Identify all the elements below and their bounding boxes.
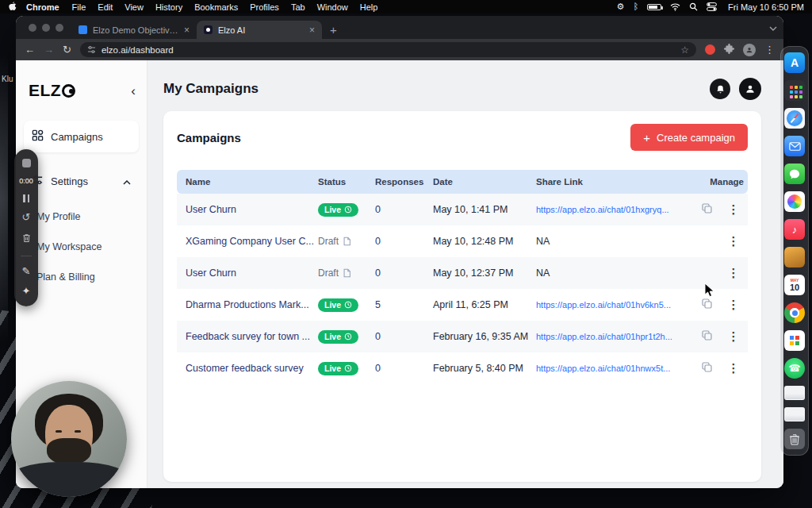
copy-icon[interactable]: [702, 362, 712, 375]
sidebar-item-settings[interactable]: Settings: [24, 165, 139, 197]
tab-elzo-ai[interactable]: Elzo AI ×: [197, 21, 322, 39]
screenshot-thumbnail[interactable]: [784, 386, 805, 400]
books-icon[interactable]: [784, 247, 805, 267]
sidebar-collapse-button[interactable]: ‹: [131, 84, 136, 98]
menubar-app-name[interactable]: Chrome: [26, 2, 59, 12]
copy-icon[interactable]: [702, 203, 712, 216]
campaign-name[interactable]: Dharma Productions Mark...: [177, 299, 318, 310]
effects-icon[interactable]: ✦: [22, 286, 31, 296]
sidebar-item-campaigns[interactable]: Campaigns: [24, 121, 139, 152]
pause-icon[interactable]: [23, 194, 29, 202]
clock-icon: [344, 333, 352, 341]
status-badge: Live: [318, 298, 358, 312]
create-campaign-button[interactable]: + Create campaign: [630, 124, 748, 151]
menubar-menu-edit[interactable]: Edit: [98, 2, 113, 12]
trash-icon[interactable]: [22, 232, 31, 246]
menubar-menu-history[interactable]: History: [155, 2, 182, 12]
music-icon[interactable]: ♪: [784, 219, 805, 240]
trash-icon[interactable]: [784, 429, 805, 449]
profile-avatar-icon[interactable]: [743, 44, 756, 56]
campaign-name[interactable]: XGaming Company User C...: [177, 236, 318, 247]
kebab-menu-icon[interactable]: ⋮: [728, 361, 740, 375]
kebab-menu-icon[interactable]: ⋮: [728, 266, 740, 280]
google-apps-icon[interactable]: [784, 330, 805, 351]
copy-icon[interactable]: [702, 330, 712, 343]
campaign-name[interactable]: Feedback survey for town ...: [177, 331, 318, 342]
campaign-name[interactable]: Customer feedback survey: [177, 363, 318, 374]
restart-icon[interactable]: ↺: [22, 212, 31, 222]
table-row[interactable]: User Churn Live 0 May 10, 1:41 PM https:…: [177, 194, 748, 225]
menubar-menu-help[interactable]: Help: [360, 2, 378, 12]
chevron-down-icon[interactable]: [769, 20, 777, 34]
url-text[interactable]: elzo.ai/dashboard: [102, 45, 675, 55]
browser-menu-icon[interactable]: ⋮: [764, 44, 775, 56]
user-avatar-button[interactable]: [739, 78, 761, 100]
reload-icon[interactable]: ↻: [63, 44, 71, 55]
menubar-menu-window[interactable]: Window: [317, 2, 348, 12]
tab-elzo-demo-objectives[interactable]: Elzo Demo Objectives - Goo ×: [71, 21, 197, 39]
campaign-name[interactable]: User Churn: [177, 204, 318, 215]
doc-favicon: [79, 25, 87, 34]
menubar-menu-tab[interactable]: Tab: [291, 2, 305, 12]
table-row[interactable]: XGaming Company User C... Draft 0 May 10…: [177, 225, 748, 257]
share-link[interactable]: https://app.elzo.ai/chat/01hnwx5t...: [536, 364, 693, 373]
share-link[interactable]: https://app.elzo.ai/chat/01hv6kn5...: [536, 300, 693, 310]
elzo-logo[interactable]: ELZ: [29, 81, 75, 100]
close-icon[interactable]: ×: [184, 25, 190, 36]
address-bar[interactable]: elzo.ai/dashboard ☆: [80, 42, 696, 57]
kebab-menu-icon[interactable]: ⋮: [728, 329, 740, 344]
app-store-icon[interactable]: A: [784, 52, 805, 73]
kebab-menu-icon[interactable]: ⋮: [728, 234, 740, 248]
table-row[interactable]: Customer feedback survey Live 0 February…: [177, 352, 748, 384]
share-link[interactable]: https://app.elzo.ai/chat/01hxgryq...: [536, 205, 693, 214]
launchpad-icon[interactable]: [784, 80, 805, 101]
webcam-bubble[interactable]: [11, 381, 127, 497]
window-minimize-button[interactable]: [42, 24, 50, 32]
notifications-button[interactable]: [710, 79, 730, 99]
menubar-menu-file[interactable]: File: [72, 2, 86, 12]
bluetooth-icon[interactable]: ᛒ: [633, 2, 638, 11]
forward-icon[interactable]: →: [44, 44, 54, 55]
new-tab-button[interactable]: +: [330, 23, 337, 37]
kebab-menu-icon[interactable]: ⋮: [728, 298, 740, 312]
screenshot-thumbnail[interactable]: [784, 407, 805, 421]
campaigns-grid-icon: [32, 129, 44, 144]
extensions-puzzle-icon[interactable]: [724, 43, 734, 57]
calendar-icon[interactable]: MAY 10: [784, 275, 805, 295]
extension-icon[interactable]: [705, 44, 715, 55]
campaign-name[interactable]: User Churn: [177, 267, 318, 279]
table-row[interactable]: Dharma Productions Mark... Live 5 April …: [177, 289, 748, 321]
kebab-menu-icon[interactable]: ⋮: [728, 202, 740, 217]
menubar-menu-bookmarks[interactable]: Bookmarks: [194, 2, 238, 12]
window-zoom-button[interactable]: [56, 24, 63, 32]
back-icon[interactable]: ←: [25, 44, 35, 55]
table-row[interactable]: Feedback survey for town ... Live 0 Febr…: [177, 321, 748, 352]
menubar-menu-profiles[interactable]: Profiles: [250, 2, 279, 12]
window-close-button[interactable]: [29, 24, 36, 32]
apple-logo-icon[interactable]: [8, 2, 17, 12]
chrome-icon[interactable]: [784, 302, 805, 323]
search-icon[interactable]: [689, 2, 698, 11]
control-center-icon[interactable]: [707, 2, 717, 11]
close-icon[interactable]: ×: [309, 25, 315, 36]
photos-icon[interactable]: [784, 191, 805, 212]
table-header-row: Name Status Responses Date Share Link Ma…: [177, 170, 748, 194]
safari-icon[interactable]: [784, 108, 805, 129]
wifi-icon[interactable]: [670, 3, 680, 11]
table-row[interactable]: User Churn Draft 0 May 10, 12:37 PM NA ⋮: [177, 257, 748, 289]
battery-icon[interactable]: [647, 4, 661, 10]
whatsapp-icon[interactable]: ☎: [784, 358, 805, 379]
stop-record-button[interactable]: [22, 159, 31, 167]
site-settings-icon[interactable]: [87, 43, 96, 57]
col-share-link: Share Link: [536, 177, 693, 187]
mail-icon[interactable]: [784, 136, 805, 156]
campaigns-table: Name Status Responses Date Share Link Ma…: [177, 170, 748, 384]
menubar-clock[interactable]: Fri May 10 6:50 PM: [728, 2, 804, 12]
menubar-menu-view[interactable]: View: [124, 2, 144, 12]
share-link[interactable]: https://app.elzo.ai/chat/01hpr1t2h...: [536, 332, 693, 341]
pencil-icon[interactable]: ✎: [22, 266, 31, 276]
campaigns-card: Campaigns + Create campaign Name Status …: [163, 111, 761, 482]
bookmark-star-icon[interactable]: ☆: [680, 44, 689, 56]
gear-icon[interactable]: ⚙: [617, 2, 625, 11]
messages-icon[interactable]: [784, 164, 805, 184]
